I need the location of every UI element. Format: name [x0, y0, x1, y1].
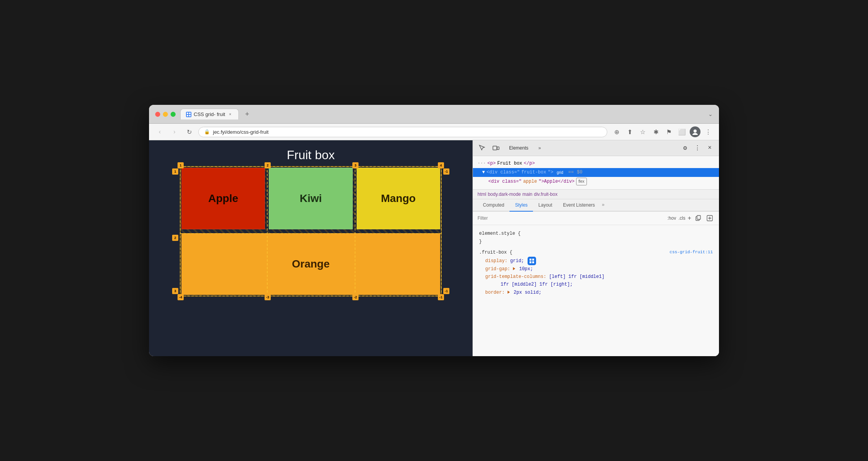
- dom-line-1: ··· <p>Fruit box</p>: [473, 159, 719, 168]
- bc-html[interactable]: html: [478, 192, 486, 197]
- zoom-icon[interactable]: ⊕: [611, 126, 622, 137]
- tab-favicon-icon: [186, 112, 191, 117]
- dom-line-2-selected: ▼ <div class="fruit-box"> grid == $0: [473, 168, 719, 177]
- border-expand-icon[interactable]: [508, 291, 510, 294]
- orange-cell: Orange: [181, 233, 440, 295]
- grid-num-neg1-right-bottom: -1: [443, 288, 449, 294]
- flag-icon[interactable]: ⚑: [664, 126, 674, 137]
- filter-input[interactable]: [478, 215, 664, 221]
- active-tab[interactable]: CSS grid- fruit ×: [180, 109, 239, 119]
- tab-elements[interactable]: Elements: [504, 143, 533, 153]
- minimize-button[interactable]: [163, 112, 168, 117]
- refresh-button[interactable]: ↻: [184, 126, 194, 137]
- grid-layout-icon[interactable]: [528, 257, 536, 265]
- tab-event-listeners[interactable]: Event Listeners: [558, 199, 600, 212]
- extensions-icon[interactable]: ✱: [650, 126, 661, 137]
- grid-template-columns-line: grid-template-columns: [left] 1fr [middl…: [479, 273, 713, 281]
- address-bar: ‹ › ↻ 🔒 jec.fyi/demo/css-grid-fruit ⊕ ⬆ …: [149, 124, 719, 140]
- more-tabs-icon[interactable]: »: [600, 199, 606, 211]
- new-tab-button[interactable]: +: [242, 109, 253, 119]
- display-prop-line: display: grid;: [479, 257, 713, 265]
- add-style-button[interactable]: +: [688, 215, 691, 222]
- browser-window: CSS grid- fruit × + ⌄ ‹ › ↻ 🔒 jec.fyi/de…: [149, 105, 719, 356]
- bc-body[interactable]: body.dark-mode: [488, 192, 521, 197]
- webpage-content: Fruit box 1 2 3 4 1 2 3 -1 -1: [149, 140, 473, 356]
- grid-line-v3: [355, 166, 355, 296]
- device-toolbar-icon[interactable]: [491, 143, 501, 153]
- address-icons: ⊕ ⬆ ☆ ✱ ⚑ ⬜ ⋮: [611, 126, 714, 137]
- fruit-grid: Apple Kiwi Mango Orange: [180, 166, 442, 296]
- dom-tag-p: <p>: [488, 160, 496, 167]
- tab-close-icon[interactable]: ×: [228, 112, 233, 117]
- svg-rect-0: [187, 113, 188, 114]
- svg-rect-12: [532, 259, 534, 261]
- hov-button[interactable]: :hov: [667, 215, 676, 221]
- svg-rect-1: [189, 113, 191, 114]
- bc-div-fruit-box[interactable]: div.fruit-box: [534, 192, 558, 197]
- title-bar: CSS grid- fruit × + ⌄: [149, 105, 719, 124]
- dom-text-fruit: Fruit box: [497, 160, 522, 167]
- lock-icon: 🔒: [204, 129, 210, 135]
- inspector-icon[interactable]: [477, 143, 488, 153]
- element-style-block: element.style { }: [473, 228, 719, 247]
- grid-num-neg3-bottom: -3: [265, 294, 271, 300]
- bookmark-icon[interactable]: ☆: [637, 126, 648, 137]
- grid-num-3-top: 3: [352, 162, 359, 168]
- svg-point-5: [692, 133, 698, 135]
- grid-line-h1: [180, 166, 442, 167]
- bc-main[interactable]: main: [523, 192, 533, 197]
- grid-line-h3: [180, 296, 442, 296]
- tab-computed[interactable]: Computed: [478, 199, 509, 212]
- devtools-header-icons: ⚙ ⋮ ×: [680, 143, 715, 153]
- forward-button[interactable]: ›: [169, 126, 180, 137]
- more-options-icon[interactable]: ⋮: [692, 143, 703, 153]
- chevron-down-icon: ⌄: [708, 111, 713, 117]
- apple-label: Apple: [208, 192, 238, 205]
- dom-close-p: </p>: [524, 160, 535, 167]
- settings-icon[interactable]: ⚙: [680, 143, 690, 153]
- dom-class-fruit-box: fruit-box: [521, 169, 546, 176]
- url-bar[interactable]: 🔒 jec.fyi/demo/css-grid-fruit: [198, 127, 607, 137]
- close-button[interactable]: [155, 112, 160, 117]
- grid-line-v2: [267, 166, 268, 296]
- tab-layout[interactable]: Layout: [533, 199, 558, 212]
- toggle-dark-scheme-icon[interactable]: [705, 214, 714, 223]
- svg-rect-14: [532, 261, 534, 263]
- back-button[interactable]: ‹: [154, 126, 165, 137]
- grid-num-1-top: 1: [178, 162, 184, 168]
- dom-close-div-apple: ">Apple</div>: [538, 178, 575, 185]
- filter-bar: :hov .cls +: [473, 212, 719, 225]
- tab-title: CSS grid- fruit: [194, 111, 225, 117]
- tab-more[interactable]: »: [534, 143, 546, 153]
- profile-icon[interactable]: [690, 126, 700, 137]
- grid-template-columns-cont: 1fr [middle2] 1fr [right];: [479, 281, 713, 288]
- filter-actions: :hov .cls +: [667, 214, 714, 223]
- traffic-lights: [155, 112, 176, 117]
- close-devtools-icon[interactable]: ×: [704, 143, 715, 153]
- dom-apple-class: apple: [523, 178, 537, 185]
- devtools-tabs: Elements »: [504, 143, 677, 153]
- badge-flex: flex: [576, 178, 587, 185]
- dom-line-3: <div class="apple">Apple</div> flex: [473, 177, 719, 186]
- grid-line-v1: [180, 166, 181, 296]
- maximize-button[interactable]: [171, 112, 176, 117]
- css-rules-panel: element.style { } .fruit-box { css-grid-…: [473, 225, 719, 356]
- grid-gap-expand-icon[interactable]: [513, 267, 515, 270]
- border-prop-line: border: 2px solid;: [479, 289, 713, 296]
- css-source-link[interactable]: css-grid-fruit:11: [670, 249, 713, 256]
- breadcrumb: html body.dark-mode main div.fruit-box: [473, 190, 719, 199]
- badge-grid[interactable]: grid: [555, 169, 565, 176]
- svg-rect-3: [189, 115, 191, 116]
- cls-button[interactable]: .cls: [679, 215, 685, 221]
- copy-styles-icon[interactable]: [694, 214, 703, 223]
- dom-dots: ···: [478, 160, 486, 167]
- page-title: Fruit box: [287, 148, 335, 162]
- svg-rect-2: [187, 115, 188, 116]
- element-style-selector: element.style {: [479, 230, 713, 237]
- tab-styles[interactable]: Styles: [509, 199, 533, 212]
- desktop-icon[interactable]: ⬜: [677, 126, 687, 137]
- share-icon[interactable]: ⬆: [624, 126, 635, 137]
- svg-rect-7: [497, 147, 499, 150]
- menu-icon[interactable]: ⋮: [703, 126, 714, 137]
- svg-rect-11: [530, 259, 531, 261]
